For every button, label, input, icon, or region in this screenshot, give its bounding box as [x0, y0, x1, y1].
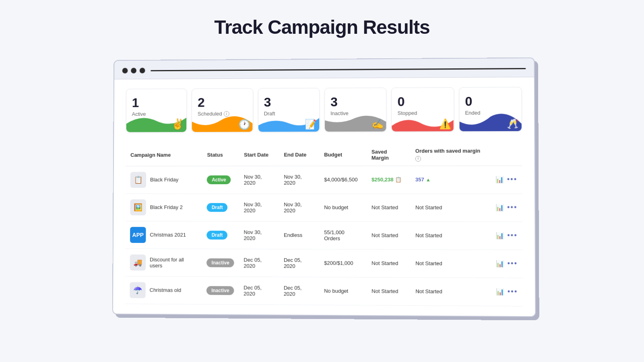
- up-arrow-1: ▲: [426, 177, 431, 183]
- stats-row: 1 Active ✌️ 2 Scheduled i: [126, 87, 522, 132]
- actions-2: 📊 •••: [491, 193, 522, 222]
- table-row: 📋 Black Friday Active Nov 30, 2020 Nov 3…: [126, 166, 522, 194]
- chart-icon-1[interactable]: 📊: [495, 176, 504, 183]
- margin-5: Not Started: [367, 277, 411, 305]
- orders-4: Not Started: [411, 249, 491, 278]
- th-budget: Budget: [319, 144, 367, 166]
- stat-number-scheduled: 2: [198, 95, 247, 110]
- chart-icon-4[interactable]: 📊: [496, 260, 504, 267]
- margin-3: Not Started: [367, 222, 411, 250]
- margin-2: Not Started: [367, 193, 411, 221]
- stat-card-ended[interactable]: 0 Ended 🥂: [459, 87, 522, 132]
- table-row: 🚚 Discount for all users Inactive Dec 05…: [125, 249, 523, 278]
- table-row: APP Christmas 2021 Draft Nov 30, 2020 En…: [125, 221, 522, 250]
- chart-icon-3[interactable]: 📊: [496, 232, 504, 239]
- start-date-3: Nov 30, 2020: [239, 221, 279, 249]
- stat-card-inactive[interactable]: 3 Inactive ✍️: [324, 88, 387, 132]
- stat-number-inactive: 3: [330, 95, 380, 109]
- stat-label-scheduled: Scheduled i: [198, 111, 247, 117]
- campaign-name-3: Christmas 2021: [150, 232, 186, 238]
- start-date-5: Dec 05, 2020: [239, 277, 279, 305]
- stat-number-draft: 3: [264, 95, 314, 110]
- margin-1: $250,238 📋: [367, 166, 411, 193]
- status-cell-4: Inactive: [202, 249, 239, 277]
- browser-header: [114, 58, 534, 80]
- more-button-3[interactable]: •••: [507, 231, 517, 240]
- more-button-4[interactable]: •••: [508, 259, 518, 268]
- budget-1: $4,000/$6,500: [319, 166, 367, 193]
- status-badge-4: Inactive: [206, 258, 234, 267]
- start-date-2: Nov 30, 2020: [239, 193, 279, 221]
- table-row: ☂️ Christmas old Inactive Dec 05, 2020 D…: [125, 276, 522, 306]
- orders-1: 357 ▲: [411, 166, 491, 194]
- header-row: Campaign Name Status Start Date End Date…: [126, 144, 522, 166]
- campaign-thumb-2: 🖼️: [130, 199, 146, 215]
- more-button-1[interactable]: •••: [507, 175, 517, 184]
- orders-5: Not Started: [411, 278, 491, 306]
- campaign-name-cell-3: APP Christmas 2021: [125, 221, 202, 249]
- orders-2: Not Started: [411, 193, 491, 222]
- campaign-name-cell-2: 🖼️ Black Friday 2: [126, 193, 202, 221]
- browser-dot-1: [122, 68, 128, 74]
- start-date-1: Nov 30, 2020: [239, 166, 279, 193]
- campaign-thumb-3: APP: [130, 227, 146, 243]
- margin-4: Not Started: [367, 249, 411, 278]
- status-badge-1: Active: [207, 175, 231, 184]
- browser-content: 1 Active ✌️ 2 Scheduled i: [113, 77, 535, 316]
- margin-icon-1: 📋: [395, 177, 402, 183]
- campaign-thumb-5: ☂️: [130, 282, 146, 298]
- table-body: 📋 Black Friday Active Nov 30, 2020 Nov 3…: [125, 166, 522, 306]
- status-cell-2: Draft: [202, 193, 239, 221]
- actions-4: 📊 •••: [491, 250, 523, 278]
- campaign-thumb-4: 🚚: [130, 254, 146, 270]
- table-row: 🖼️ Black Friday 2 Draft Nov 30, 2020 Nov…: [126, 193, 522, 222]
- start-date-4: Dec 05, 2020: [239, 249, 279, 277]
- status-cell-5: Inactive: [202, 276, 239, 304]
- margin-value-1: $250,238 📋: [372, 177, 406, 183]
- end-date-5: Dec 05, 2020: [279, 277, 319, 305]
- campaign-name-cell: 📋 Black Friday: [126, 166, 202, 194]
- th-campaign-name: Campaign Name: [126, 144, 202, 166]
- stat-card-stopped[interactable]: 0 Stopped ⚠️: [392, 87, 454, 132]
- stat-label-ended: Ended: [465, 110, 516, 116]
- status-badge-3: Draft: [207, 230, 228, 239]
- campaign-name-2: Black Friday 2: [150, 204, 183, 210]
- th-actions: [491, 144, 522, 166]
- campaign-name-5: Christmas old: [150, 287, 181, 293]
- status-cell-3: Draft: [202, 221, 239, 249]
- campaign-thumb-1: 📋: [130, 172, 146, 188]
- budget-3: 55/1,000 Orders: [319, 221, 367, 249]
- actions-5: 📊 •••: [491, 278, 523, 306]
- browser-dot-3: [140, 68, 145, 73]
- stat-number-active: 1: [132, 95, 181, 110]
- status-badge-2: Draft: [207, 203, 228, 212]
- stat-label-inactive: Inactive: [330, 110, 380, 116]
- stat-card-scheduled[interactable]: 2 Scheduled i 🕐: [192, 88, 253, 132]
- table-header: Campaign Name Status Start Date End Date…: [126, 144, 522, 166]
- more-button-2[interactable]: •••: [507, 204, 517, 212]
- orders-value-1: 357 ▲: [415, 177, 486, 183]
- chart-icon-2[interactable]: 📊: [496, 204, 504, 212]
- th-orders: Orders with saved margin i: [411, 144, 491, 166]
- end-date-2: Nov 30, 2020: [279, 193, 319, 221]
- budget-2: No budget: [319, 193, 367, 221]
- stat-card-draft[interactable]: 3 Draft 📝: [258, 88, 320, 132]
- stat-number-stopped: 0: [398, 94, 448, 109]
- more-button-5[interactable]: •••: [508, 288, 518, 296]
- stat-number-ended: 0: [465, 94, 516, 109]
- th-end-date: End Date: [279, 144, 319, 166]
- campaign-name-1: Black Friday: [150, 177, 178, 183]
- budget-5: No budget: [319, 277, 367, 305]
- browser-dots: [122, 68, 145, 73]
- orders-3: Not Started: [411, 222, 491, 250]
- chart-icon-5[interactable]: 📊: [496, 288, 504, 296]
- th-start-date: Start Date: [239, 144, 279, 166]
- browser-dot-2: [131, 68, 136, 74]
- actions-1: 📊 •••: [491, 166, 522, 194]
- status-cell-1: Active: [202, 166, 239, 194]
- end-date-4: Dec 05, 2020: [279, 249, 319, 277]
- actions-3: 📊 •••: [491, 222, 522, 250]
- stat-card-active[interactable]: 1 Active ✌️: [126, 88, 187, 132]
- stat-label-active: Active: [132, 111, 181, 117]
- orders-info-icon: i: [415, 156, 421, 161]
